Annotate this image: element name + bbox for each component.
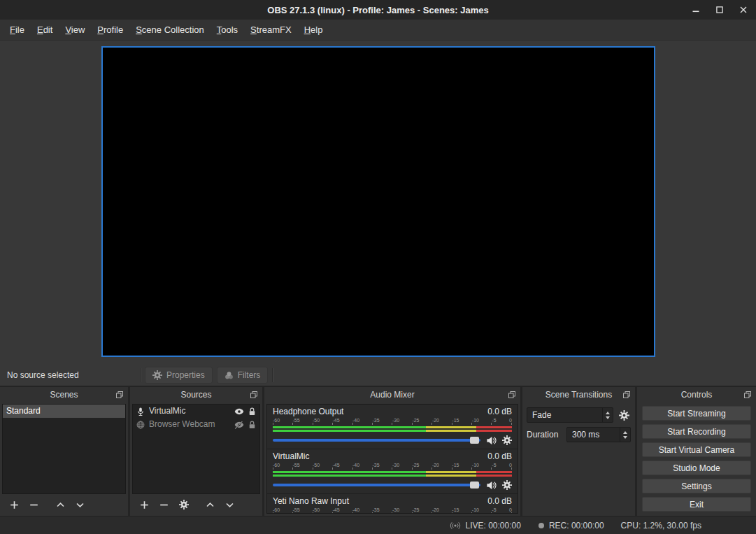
eye-icon[interactable] <box>234 407 244 416</box>
plus-icon <box>10 500 19 510</box>
audio-mixer-content: Headphone Output 0.0 dB -60-55-50-45-40-… <box>266 404 518 514</box>
combo-arrows-icon[interactable] <box>602 408 613 422</box>
popout-icon[interactable] <box>249 390 259 400</box>
menu-item-streamfx[interactable]: StreamFX <box>244 21 298 38</box>
controls-dock-title: Controls <box>681 390 713 400</box>
popout-icon[interactable] <box>115 390 124 400</box>
transition-value: Fade <box>532 410 602 420</box>
filters-button[interactable]: Filters <box>217 367 269 384</box>
gear-icon <box>152 370 162 380</box>
plus-icon <box>140 500 149 510</box>
menu-item-profile[interactable]: Profile <box>91 21 129 38</box>
mixer-name: VirtualMic <box>273 451 309 461</box>
menu-item-file[interactable]: File <box>3 21 31 38</box>
studio-mode-button[interactable]: Studio Mode <box>642 461 751 475</box>
menu-item-help[interactable]: Help <box>298 21 329 38</box>
maximize-button[interactable] <box>715 6 724 14</box>
lock-icon[interactable] <box>248 407 256 416</box>
scenes-dock-title: Scenes <box>50 390 78 400</box>
volume-meter <box>273 426 512 432</box>
lock-icon[interactable] <box>248 421 256 429</box>
chevron-down-icon <box>225 500 234 510</box>
eye-slash-icon[interactable] <box>234 420 244 430</box>
chevron-down-icon <box>76 500 85 510</box>
sources-toolbar <box>132 496 260 514</box>
duration-label: Duration <box>527 430 563 440</box>
chevron-up-icon <box>206 500 215 510</box>
mixer-name: Headphone Output <box>273 407 343 416</box>
transition-select[interactable]: Fade <box>527 407 613 423</box>
move-source-down-button[interactable] <box>224 500 235 510</box>
globe-icon <box>136 421 145 429</box>
source-properties-button[interactable] <box>178 500 189 510</box>
mixer-virtualmic: VirtualMic 0.0 dB -60-55-50-45-40-35-30-… <box>267 449 518 494</box>
mixer-db-value: 0.0 dB <box>487 496 512 506</box>
exit-button[interactable]: Exit <box>642 497 751 512</box>
filters-icon <box>224 371 234 380</box>
meter-scale: -60-55-50-45-40-35-30-25-20-15-10-50 <box>273 463 512 468</box>
volume-slider[interactable] <box>273 484 480 486</box>
menu-item-view[interactable]: View <box>59 21 91 38</box>
mixer-gear-icon[interactable] <box>502 480 512 490</box>
preview-canvas[interactable] <box>101 46 655 357</box>
minimize-button[interactable] <box>692 6 700 14</box>
menu-item-edit[interactable]: Edit <box>31 21 59 38</box>
move-scene-down-button[interactable] <box>75 500 85 510</box>
mixer-db-value: 0.0 dB <box>487 407 512 416</box>
transition-gear-icon[interactable] <box>617 408 631 422</box>
start-recording-button[interactable]: Start Recording <box>642 424 751 439</box>
filters-label: Filters <box>238 370 261 380</box>
live-broadcast-icon <box>450 521 461 531</box>
menu-item-tools[interactable]: Tools <box>211 21 244 38</box>
title-bar: OBS 27.1.3 (linux) - Profile: James - Sc… <box>0 0 756 20</box>
start-streaming-button[interactable]: Start Streaming <box>642 406 751 421</box>
meter-scale: -60-55-50-45-40-35-30-25-20-15-10-50 <box>273 418 512 423</box>
scene-row-standard[interactable]: Standard <box>3 405 125 418</box>
menu-bar: FileEditViewProfileScene CollectionTools… <box>0 20 756 41</box>
dock-area: Scenes Standard Sources VirtualMicBrowse… <box>0 386 756 516</box>
window-title: OBS 27.1.3 (linux) - Profile: James - Sc… <box>267 5 488 15</box>
source-label: Browser Webcam <box>149 418 230 431</box>
volume-slider-handle[interactable] <box>470 482 479 489</box>
speaker-icon[interactable] <box>486 480 497 491</box>
scenes-list: Standard <box>2 404 126 494</box>
settings-button[interactable]: Settings <box>642 479 751 493</box>
selection-toolbar: No source selected Properties Filters <box>0 365 756 386</box>
volume-slider-handle[interactable] <box>470 437 479 444</box>
duration-spinbox[interactable]: 300 ms <box>566 427 631 442</box>
source-row-virtualmic[interactable]: VirtualMic <box>133 405 259 418</box>
remove-source-button[interactable] <box>159 500 169 510</box>
window-controls <box>692 0 748 20</box>
source-row-browser-webcam[interactable]: Browser Webcam <box>133 418 259 431</box>
start-virtual-camera-button[interactable]: Start Virtual Camera <box>642 442 751 457</box>
close-button[interactable] <box>739 6 748 14</box>
volume-slider[interactable] <box>273 439 480 442</box>
add-scene-button[interactable] <box>9 500 20 510</box>
popout-icon[interactable] <box>507 390 517 400</box>
toolbar-separator <box>272 368 273 382</box>
menu-item-scene-collection[interactable]: Scene Collection <box>129 21 211 38</box>
live-time: LIVE: 00:00:00 <box>465 521 520 531</box>
move-scene-up-button[interactable] <box>55 500 66 510</box>
status-bar: LIVE: 00:00:00 REC: 00:00:00 CPU: 1.2%, … <box>0 516 756 534</box>
add-source-button[interactable] <box>139 500 150 510</box>
popout-icon[interactable] <box>743 390 753 400</box>
meter-tickmarks <box>273 512 512 514</box>
move-source-up-button[interactable] <box>205 500 215 510</box>
mixer-yeti-nano-raw-input: Yeti Nano Raw Input 0.0 dB -60-55-50-45-… <box>267 494 518 514</box>
speaker-icon[interactable] <box>486 435 497 446</box>
scene-transitions-dock: Scene Transitions Fade Duration 300 ms <box>522 387 635 516</box>
mixer-db-value: 0.0 dB <box>487 451 512 461</box>
popout-icon[interactable] <box>622 390 632 400</box>
spinbox-arrows-icon[interactable] <box>620 428 630 442</box>
cpu-fps-stats: CPU: 1.2%, 30.00 fps <box>621 521 701 531</box>
duration-value: 300 ms <box>572 430 620 440</box>
properties-button[interactable]: Properties <box>145 367 213 384</box>
mixer-gear-icon[interactable] <box>502 435 512 445</box>
properties-label: Properties <box>166 370 205 380</box>
mic-icon <box>136 407 145 416</box>
remove-scene-button[interactable] <box>29 500 39 510</box>
gear-icon <box>179 500 189 510</box>
mixer-headphone-output: Headphone Output 0.0 dB -60-55-50-45-40-… <box>267 405 518 449</box>
meter-scale: -60-55-50-45-40-35-30-25-20-15-10-50 <box>273 507 512 512</box>
